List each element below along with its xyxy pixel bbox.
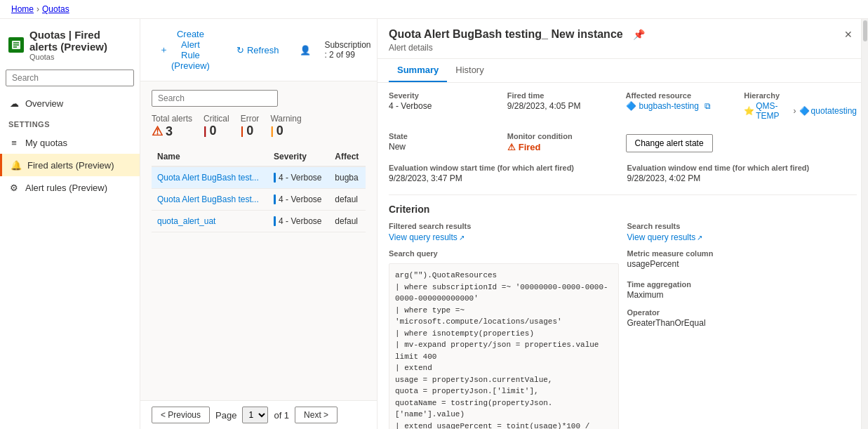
time-aggregation-value: Maximum — [627, 290, 857, 300]
severity-badge: 4 - Verbose — [274, 194, 323, 204]
field-monitor-condition: Monitor condition ⚠ Fired — [507, 132, 620, 152]
subscription-badge: Subscription : 2 of 99 — [324, 40, 370, 60]
affected-cell: defaul — [329, 211, 366, 232]
bell-icon: 🔔 — [11, 159, 22, 171]
page-select[interactable]: 1 — [242, 407, 268, 423]
criterion-title: Criterion — [389, 204, 857, 215]
criterion-section: Criterion Filtered search results View q… — [389, 194, 857, 429]
sidebar-subtitle: Quotas — [29, 53, 131, 61]
hierarchy-icon2: 🔷 — [799, 106, 810, 116]
table-area: Total alerts ⚠ 3 Critical | 0 Error — [140, 81, 377, 400]
affected-cell: bugba — [329, 166, 366, 189]
detail-tabs: Summary History — [378, 59, 868, 83]
table-row[interactable]: Quota Alert BugBash test...4 - Verbosebu… — [152, 166, 366, 189]
table-search-input[interactable] — [152, 90, 278, 107]
fired-icon: ⚠ — [507, 142, 516, 152]
previous-button[interactable]: < Previous — [152, 407, 210, 423]
stats-row: Total alerts ⚠ 3 Critical | 0 Error — [152, 114, 366, 139]
critical-value: 0 — [210, 124, 217, 138]
query-line: quotaName = tostring(propertyJson.['name… — [395, 397, 613, 421]
sidebar-search-container — [6, 70, 134, 86]
view-query-results-link-2[interactable]: View query results ↗ — [627, 232, 703, 242]
copy-icon[interactable]: ⧉ — [705, 101, 711, 111]
sidebar-item-alert-rules[interactable]: ⚙ Alert rules (Preview) — [0, 176, 140, 199]
change-alert-state-button[interactable]: Change alert state — [626, 134, 713, 152]
field-eval-end: Evaluation window end time (for which al… — [627, 164, 857, 183]
refresh-button[interactable]: ↻ Refresh — [229, 41, 287, 60]
severity-bar — [274, 194, 276, 204]
alerts-table: Name Severity Affect Quota Alert BugBash… — [152, 147, 366, 232]
tab-history[interactable]: History — [447, 59, 492, 82]
query-line: quota = propertyJson.['limit'], — [395, 385, 613, 397]
total-alerts-value: 3 — [166, 124, 173, 139]
cloud-icon: ☁ — [8, 98, 20, 109]
scrollbar-thumb — [863, 20, 867, 41]
page-label: Page — [215, 410, 236, 421]
next-button[interactable]: Next > — [295, 407, 338, 423]
severity-bar — [274, 216, 276, 226]
severity-badge: 4 - Verbose — [274, 173, 323, 183]
field-fired-time: Fired time 9/28/2023, 4:05 PM — [507, 91, 620, 121]
breadcrumb-quotas[interactable]: Quotas — [42, 4, 69, 14]
close-button[interactable]: ✕ — [840, 27, 857, 41]
refresh-icon: ↻ — [236, 45, 244, 55]
field-hierarchy: Hierarchy ⭐ QMS-TEMP › 🔷 quotatesting — [744, 91, 857, 121]
sidebar-header: Quotas | Fired alerts (Preview) Quotas — [0, 22, 140, 67]
detail-panel: Quota Alert BugBash testing_ New instanc… — [377, 19, 868, 429]
operator-value: GreaterThanOrEqual — [627, 318, 857, 328]
alert-name-link[interactable]: quota_alert_uat — [157, 216, 215, 226]
external-link-icon: ↗ — [459, 234, 465, 242]
detail-header: Quota Alert BugBash testing_ New instanc… — [378, 19, 868, 59]
error-value: 0 — [246, 124, 253, 138]
severity-bar — [274, 173, 276, 183]
scrollbar[interactable] — [861, 19, 868, 429]
alert-name-link[interactable]: Quota Alert BugBash test... — [157, 194, 259, 204]
col-severity: Severity — [268, 147, 329, 166]
query-line: usage = propertyJson.currentValue, — [395, 374, 613, 386]
detail-body: Severity 4 - Verbose Fired time 9/28/202… — [378, 83, 868, 429]
sidebar-item-fired-alerts[interactable]: 🔔 Fired alerts (Preview) — [0, 154, 140, 176]
detail-title: Quota Alert BugBash testing_ New instanc… — [389, 27, 649, 41]
table-search-container — [152, 90, 366, 107]
hierarchy-value2[interactable]: quotatesting — [811, 106, 857, 116]
warning2-bar: | — [270, 125, 273, 138]
list-icon: ≡ — [8, 137, 20, 148]
sidebar-item-my-quotas[interactable]: ≡ My quotas — [0, 131, 140, 154]
filtered-search-col: Filtered search results View query resul… — [389, 222, 619, 429]
pagination: < Previous Page 1 of 1 Next > — [140, 400, 377, 429]
view-query-results-link-1[interactable]: View query results ↗ — [389, 232, 465, 242]
alert-name-link[interactable]: Quota Alert BugBash test... — [157, 173, 259, 183]
affected-resource-value[interactable]: bugbash-testing — [639, 101, 699, 111]
breadcrumb-home[interactable]: Home — [11, 4, 34, 14]
pin-button[interactable]: 📌 — [629, 27, 649, 41]
settings-section-label: Settings — [0, 114, 140, 131]
col-affect: Affect — [329, 147, 366, 166]
error-bar: | — [241, 125, 243, 138]
critical-bar: | — [203, 125, 206, 138]
table-row[interactable]: Quota Alert BugBash test...4 - Verbosede… — [152, 189, 366, 211]
hierarchy-icon1: ⭐ — [744, 106, 754, 116]
query-line: | mv-expand property/json = properties.v… — [395, 339, 613, 362]
create-alert-rule-button[interactable]: ＋ Create Alert Rule (Preview) — [152, 25, 218, 75]
content-area: ＋ Create Alert Rule (Preview) ↻ Refresh … — [140, 19, 377, 429]
monitor-condition-value: ⚠ Fired — [507, 142, 620, 152]
sidebar-search-input[interactable] — [6, 70, 134, 86]
sidebar-item-label: Fired alerts (Preview) — [27, 160, 114, 171]
field-affected-resource: Affected resource 🔷 bugbash-testing ⧉ — [626, 91, 739, 121]
field-eval-start: Evaluation window start time (for which … — [389, 164, 619, 183]
user-filter-button[interactable]: 👤 — [292, 41, 319, 60]
refresh-label: Refresh — [247, 45, 279, 55]
page-title: Quotas | Fired alerts (Preview) — [29, 29, 131, 53]
sidebar-item-label: Overview — [25, 98, 63, 109]
create-btn-label: Create Alert Rule (Preview) — [171, 29, 210, 71]
field-severity: Severity 4 - Verbose — [389, 91, 502, 121]
query-line: | extend usagePercent = toint(usage)*100… — [395, 421, 613, 430]
query-line: | where type =~ 'microsoft.compute/locat… — [395, 305, 613, 328]
stat-warning: Warning | 0 — [270, 114, 301, 139]
metric-measure-value: usagePercent — [627, 259, 857, 269]
sidebar-item-overview[interactable]: ☁ Overview — [0, 92, 140, 114]
sidebar-item-label: Alert rules (Preview) — [25, 183, 107, 193]
hierarchy-value1[interactable]: QMS-TEMP — [756, 101, 790, 121]
table-row[interactable]: quota_alert_uat4 - Verbosedefaul — [152, 211, 366, 232]
tab-summary[interactable]: Summary — [389, 59, 447, 82]
